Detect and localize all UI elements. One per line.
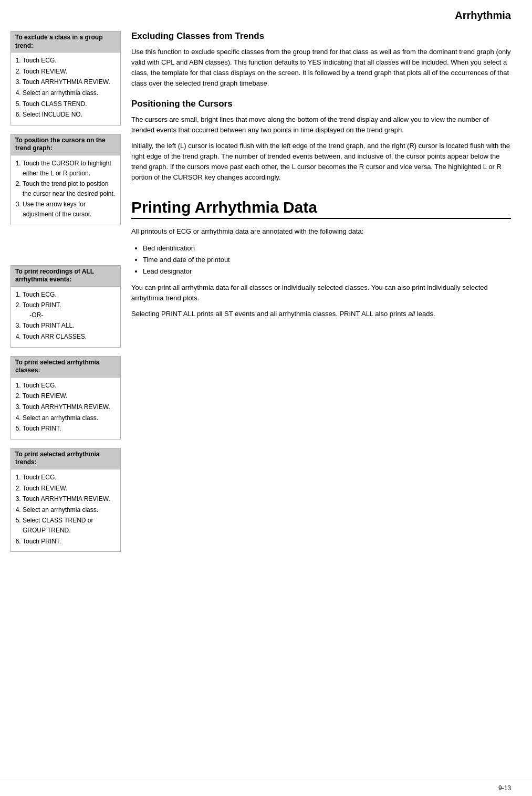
- page-header: Arrhythmia: [0, 0, 532, 26]
- paragraph: All printouts of ECG or arrhythmia data …: [131, 226, 511, 237]
- list-item: Touch PRINT. -OR-: [23, 300, 116, 320]
- sidebar-box-header-print-selected-classes: To print selected arrhythmia classes:: [11, 357, 120, 378]
- sidebar-box-print-selected-classes: To print selected arrhythmia classes: To…: [11, 356, 121, 439]
- paragraph: The cursors are small, bright lines that…: [131, 114, 511, 135]
- list-item: Touch ARRHYTHMIA REVIEW.: [23, 77, 116, 87]
- list-item: Select CLASS TREND or GROUP TREND.: [23, 516, 116, 535]
- list-item: Touch PRINT.: [23, 424, 116, 434]
- main-content: Excluding Classes from Trends Use this f…: [121, 26, 532, 769]
- bullet-list: Bed identification Time and date of the …: [143, 243, 511, 277]
- sidebar-box-header-position: To position the cursors on the trend gra…: [11, 134, 120, 155]
- sidebar-box-body-exclude: Touch ECG. Touch REVIEW. Touch ARRHYTHMI…: [11, 53, 120, 125]
- sidebar-box-header-exclude: To exclude a class in a group trend:: [11, 32, 120, 53]
- sidebar-box-body-position: Touch the CURSOR to highlight either the…: [11, 155, 120, 225]
- list-item: Touch ARRHYTHMIA REVIEW.: [23, 494, 116, 504]
- list-item: Touch ECG.: [23, 290, 116, 300]
- sidebar-box-body-print-selected-trends: Touch ECG. Touch REVIEW. Touch ARRHYTHMI…: [11, 469, 120, 551]
- paragraph: Initially, the left (L) cursor is locate…: [131, 141, 511, 183]
- list-item: Select an arrhythmia class.: [23, 505, 116, 515]
- spacer: [11, 234, 121, 265]
- page-footer: 9-13: [0, 780, 532, 796]
- section-title-excluding: Excluding Classes from Trends: [131, 31, 511, 41]
- sidebar-box-position-cursors: To position the cursors on the trend gra…: [11, 134, 121, 225]
- list-item: Touch CLASS TREND.: [23, 99, 116, 109]
- list-item: Time and date of the printout: [143, 254, 511, 266]
- list-item: Bed identification: [143, 243, 511, 254]
- paragraph: Use this function to exclude specific cl…: [131, 47, 511, 89]
- sidebar-box-header-print-all: To print recordings of ALL arrhythmia ev…: [11, 266, 120, 287]
- list-item: Touch ECG.: [23, 56, 116, 66]
- list-item: Touch REVIEW.: [23, 484, 116, 494]
- sidebar-box-body-print-selected-classes: Touch ECG. Touch REVIEW. Touch ARRHYTHMI…: [11, 378, 120, 439]
- sidebar-box-exclude-class: To exclude a class in a group trend: Tou…: [11, 31, 121, 125]
- list-item: Touch the CURSOR to highlight either the…: [23, 159, 116, 178]
- big-section-title-printing: Printing Arrhythmia Data: [131, 198, 511, 216]
- list-item: Touch PRINT.: [23, 537, 116, 547]
- sidebar: To exclude a class in a group trend: Tou…: [0, 26, 121, 769]
- italic-all: all: [408, 310, 415, 318]
- list-item: Select an arrhythmia class.: [23, 88, 116, 98]
- paragraph: Selecting PRINT ALL prints all ST events…: [131, 309, 511, 319]
- list-item: Touch ARRHYTHMIA REVIEW.: [23, 402, 116, 412]
- list-item: Select an arrhythmia class.: [23, 413, 116, 423]
- list-item: Touch PRINT ALL.: [23, 321, 116, 331]
- sidebar-box-print-all: To print recordings of ALL arrhythmia ev…: [11, 265, 121, 348]
- list-item: Touch ECG.: [23, 381, 116, 391]
- page-title: Arrhythmia: [455, 9, 511, 21]
- list-item: Touch REVIEW.: [23, 67, 116, 77]
- list-item: Touch the trend plot to position the cur…: [23, 179, 116, 198]
- list-item: Use the arrow keys for adjustment of the…: [23, 200, 116, 219]
- list-item: Lead designator: [143, 266, 511, 277]
- sidebar-box-body-print-all: Touch ECG. Touch PRINT. -OR- Touch PRINT…: [11, 287, 120, 347]
- section-divider: [131, 218, 511, 219]
- section-title-positioning: Positioning the Cursors: [131, 99, 511, 109]
- section-excluding-classes: Excluding Classes from Trends Use this f…: [131, 31, 511, 89]
- sidebar-box-print-selected-trends: To print selected arrhythmia trends: Tou…: [11, 448, 121, 552]
- section-printing-arrhythmia: Printing Arrhythmia Data All printouts o…: [131, 198, 511, 319]
- page: Arrhythmia To exclude a class in a group…: [0, 0, 532, 796]
- list-item: Touch REVIEW.: [23, 391, 116, 401]
- content-area: To exclude a class in a group trend: Tou…: [0, 26, 532, 780]
- list-item: Touch ECG.: [23, 473, 116, 483]
- list-item: Touch ARR CLASSES.: [23, 332, 116, 342]
- page-number: 9-13: [498, 784, 511, 792]
- sidebar-box-header-print-selected-trends: To print selected arrhythmia trends:: [11, 448, 120, 469]
- list-item: Select INCLUDE NO.: [23, 110, 116, 120]
- section-positioning-cursors: Positioning the Cursors The cursors are …: [131, 99, 511, 183]
- paragraph: You can print all arrhythmia data for al…: [131, 282, 511, 303]
